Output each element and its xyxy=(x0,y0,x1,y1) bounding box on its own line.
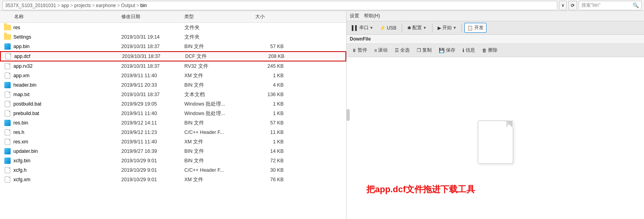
table-row[interactable]: map.txt 2019/10/31 18:37 文本文档 136 KB xyxy=(0,90,346,99)
usb-button[interactable]: ⚡ USB xyxy=(377,24,399,32)
file-modified: 2019/9/11 11:40 xyxy=(118,139,181,145)
file-size: 72 KB xyxy=(252,158,291,163)
column-headers: 名称 修改日期 类型 大小 xyxy=(0,11,346,23)
table-row[interactable]: res.bin 2019/9/12 14:11 BIN 文件 57 KB xyxy=(0,118,346,128)
info-button[interactable]: ℹ 信息 xyxy=(460,45,478,55)
file-icon-wrapper xyxy=(4,176,11,183)
file-type: BIN 文件 xyxy=(181,82,252,89)
table-row[interactable]: xcfg.bin 2019/10/29 9:01 BIN 文件 72 KB xyxy=(0,156,346,165)
bin-icon xyxy=(4,43,11,50)
dev-button[interactable]: 📋 开发 xyxy=(464,23,486,33)
file-modified: 2019/10/31 18:37 xyxy=(118,92,181,97)
file-name-cell: res.h xyxy=(0,129,118,136)
file-name-cell: updater.bin xyxy=(0,148,118,155)
port-button[interactable]: ▌▌ 串口 ▼ xyxy=(349,23,376,33)
save-button[interactable]: 💾 保存 xyxy=(436,45,458,55)
file-size: 57 KB xyxy=(252,120,291,126)
file-type: BIN 文件 xyxy=(181,43,252,50)
file-type: C/C++ Header F... xyxy=(181,167,252,173)
file-name: header.bin xyxy=(13,82,36,88)
file-type: BIN 文件 xyxy=(181,120,252,126)
file-name: postbuild.bat xyxy=(13,101,41,107)
pause-button[interactable]: ⏸ 暂停 xyxy=(349,45,370,55)
large-file-preview-icon xyxy=(478,121,513,164)
control-toolbar: ⏸ 暂停 ≡ 滚动 ☰ 全选 ❐ 复制 💾 保存 ℹ 信息 xyxy=(347,44,644,57)
table-row[interactable]: Settings 2019/10/31 19:14 文件夹 xyxy=(0,32,346,42)
col-header-name[interactable]: 名称 xyxy=(0,13,118,21)
file-name-cell: res.xm xyxy=(0,138,118,145)
table-row[interactable]: prebuild.bat 2019/9/11 11:40 Windows 批处理… xyxy=(0,109,346,118)
file-icon-wrapper xyxy=(4,129,11,136)
table-row[interactable]: postbuild.bat 2019/9/29 19:05 Windows 批处… xyxy=(0,99,346,109)
info-label: 信息 xyxy=(466,47,475,54)
table-row[interactable]: xcfg.h 2019/10/29 9:01 C/C++ Header F...… xyxy=(0,165,346,175)
selectall-label: 全选 xyxy=(400,47,410,54)
table-row[interactable]: res 文件夹 xyxy=(0,23,346,32)
selectall-button[interactable]: ☰ 全选 xyxy=(392,45,412,55)
file-size: 1 KB xyxy=(252,73,291,78)
file-icon xyxy=(5,91,10,98)
file-size: 136 KB xyxy=(252,92,291,97)
search-container: 搜索"bin" 🔍 xyxy=(579,1,642,10)
file-icon-wrapper xyxy=(4,43,11,50)
file-name: res.bin xyxy=(13,120,28,126)
col-header-size[interactable]: 大小 xyxy=(252,13,291,21)
resize-handle[interactable] xyxy=(347,109,350,121)
erase-label: 擦除 xyxy=(488,47,497,54)
config-button[interactable]: ✱ 配置 ▼ xyxy=(405,23,430,33)
file-type: Windows 批处理... xyxy=(181,101,252,108)
path-dropdown-button[interactable]: ∨ xyxy=(559,1,567,10)
file-size: 30 KB xyxy=(252,167,291,173)
file-icon-wrapper xyxy=(4,110,11,117)
file-size: 208 KB xyxy=(253,54,292,59)
file-icon-wrapper xyxy=(4,138,11,145)
file-icon-wrapper xyxy=(4,119,11,126)
table-row[interactable]: app.bin 2019/10/31 18:37 BIN 文件 57 KB xyxy=(0,42,346,51)
right-content-area: 把app.dcf文件拖进下载工具 xyxy=(347,57,644,219)
file-type: C/C++ Header F... xyxy=(181,130,252,135)
table-row[interactable]: res.xm 2019/9/11 11:40 XM 文件 1 KB xyxy=(0,137,346,147)
file-name-cell: prebuild.bat xyxy=(0,110,118,117)
table-row[interactable]: app.rv32 2019/10/31 18:37 RV32 文件 245 KB xyxy=(0,61,346,71)
file-size: 14 KB xyxy=(252,148,291,154)
file-icon xyxy=(5,63,10,69)
bin-icon xyxy=(4,120,11,126)
col-header-type[interactable]: 类型 xyxy=(181,13,252,21)
file-icon xyxy=(5,101,10,107)
path-part-3: projects xyxy=(74,3,91,8)
file-modified: 2019/10/31 18:37 xyxy=(118,63,181,69)
table-row[interactable]: app.dcf 2019/10/31 18:37 DCF 文件 208 KB xyxy=(0,51,346,61)
right-toolbar: ▌▌ 串口 ▼ ⚡ USB ✱ 配置 ▼ ▶ 开始 ▼ xyxy=(347,21,644,35)
col-header-modified[interactable]: 修改日期 xyxy=(118,13,181,21)
selectall-icon: ☰ xyxy=(395,48,399,53)
file-name: res.h xyxy=(13,130,24,135)
pause-label: 暂停 xyxy=(358,47,367,54)
file-modified: 2019/9/12 11:23 xyxy=(118,130,181,135)
file-name: res.xm xyxy=(13,139,28,145)
table-row[interactable]: updater.bin 2019/9/27 16:39 BIN 文件 14 KB xyxy=(0,147,346,156)
table-row[interactable]: app.xm 2019/9/11 11:40 XM 文件 1 KB xyxy=(0,71,346,80)
table-row[interactable]: xcfg.xm 2019/10/29 9:01 XM 文件 76 KB xyxy=(0,175,346,184)
start-icon: ▶ xyxy=(438,25,441,31)
erase-button[interactable]: 🗑 擦除 xyxy=(479,45,500,55)
menu-settings[interactable]: 设置 xyxy=(350,13,359,19)
file-modified: 2019/9/11 11:40 xyxy=(118,73,181,78)
copy-button[interactable]: ❐ 复制 xyxy=(414,45,434,55)
file-name-cell: header.bin xyxy=(0,82,118,89)
start-button[interactable]: ▶ 开始 ▼ xyxy=(435,23,460,33)
file-name-cell: xcfg.h xyxy=(0,167,118,174)
file-type: XM 文件 xyxy=(181,176,252,183)
file-explorer: 名称 修改日期 类型 大小 res 文件夹 Settings 2019/10/3… xyxy=(0,11,347,219)
file-type: 文件夹 xyxy=(181,34,252,41)
address-path-display[interactable]: 3537X_S103_20191031 > app > projects > e… xyxy=(2,1,557,10)
table-row[interactable]: res.h 2019/9/12 11:23 C/C++ Header F... … xyxy=(0,128,346,137)
menu-help[interactable]: 帮助(H) xyxy=(364,13,380,19)
search-button[interactable]: 🔍 xyxy=(633,2,639,8)
scroll-button[interactable]: ≡ 滚动 xyxy=(371,45,390,55)
folder-icon xyxy=(4,34,11,40)
refresh-button[interactable]: ⟳ xyxy=(568,1,577,10)
file-type: DCF 文件 xyxy=(182,53,253,60)
file-size: 1 KB xyxy=(252,139,291,145)
table-row[interactable]: header.bin 2019/9/11 20:33 BIN 文件 4 KB xyxy=(0,80,346,90)
file-icon-wrapper xyxy=(4,33,11,41)
